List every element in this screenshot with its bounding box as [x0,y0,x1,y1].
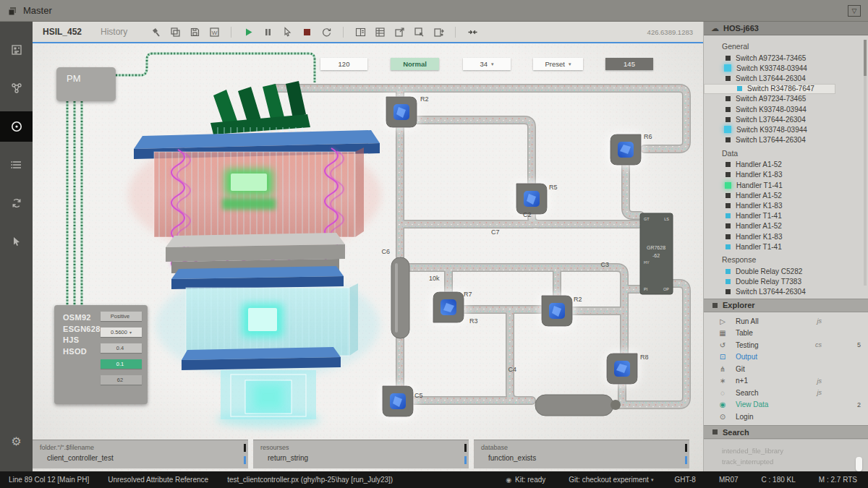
doc-title[interactable]: HSIL_452 [43,27,82,37]
tree-row[interactable]: Handler T1-41 [704,180,868,190]
tree-row[interactable]: Switch L37644-26304 [704,287,868,297]
pm-module[interactable]: PM [56,67,116,101]
status-segment[interactable]: C : 180 KL [758,476,798,484]
tree-row[interactable]: Double Relay C5282 [704,266,868,276]
play-icon[interactable] [242,26,255,38]
copy-icon[interactable] [169,26,182,38]
horizontal-capsule-tank[interactable] [535,395,613,416]
console-panel[interactable]: resourses return_string [253,440,469,468]
osm-field[interactable]: Positive [101,312,142,321]
merge-arrows-icon[interactable] [466,26,479,38]
tree-row[interactable]: Switch K93748-03944 [704,63,868,73]
tree-scroll-thumb[interactable] [864,40,867,76]
console-scroll-blue[interactable] [685,456,687,464]
status-segment[interactable]: ◉ Kit: ready [506,476,548,484]
tree-row[interactable]: Switch K93748-03944 [704,104,868,114]
fan-r8[interactable] [607,354,637,384]
preset-dropdown[interactable]: Preset▾ [533,58,583,70]
console-scroll-blue[interactable] [464,456,467,464]
tree-row[interactable]: Handler A1-52 [704,190,868,200]
osm-field[interactable]: 62 [101,375,142,385]
osm-field[interactable]: 0.5600 ▾ [101,328,142,337]
rail-cursor-icon[interactable] [0,226,33,257]
osm-field[interactable]: 0.1 [101,359,142,369]
explorer-row[interactable]: ▦ Table [704,327,868,339]
status-segment[interactable]: M : 2.7 RTS [815,476,859,484]
wrap-doc-icon[interactable]: W [208,26,221,38]
status-segment[interactable]: MR07 [715,476,741,484]
explorer-row[interactable]: ⊡ Output [704,351,868,363]
export-icon[interactable] [393,26,406,38]
status-segment[interactable]: Git: checkout experiment ▾ [565,476,653,484]
pause-icon[interactable] [261,26,274,38]
tree-row[interactable]: Switch K93748-03944 [704,124,868,134]
tree-row[interactable]: Handler T1-41 [704,211,868,221]
split-window-icon[interactable] [354,26,367,38]
tree-row[interactable]: Switch A97234-73465 [704,94,868,104]
explorer-row[interactable]: ⋔ Git [704,363,868,375]
osm-panel[interactable]: OSM92 ESGN628 HJS HSOD Positive 0.5600 ▾ [54,305,148,404]
import-icon[interactable] [412,26,425,38]
console-scroll-blue[interactable] [244,456,246,464]
rail-sync-icon[interactable] [0,188,33,218]
explorer-row[interactable]: ↺ Testing cs 5 [704,339,868,351]
explorer-row[interactable]: ∗ n+1 js [704,374,868,387]
schematic-canvas[interactable]: GR7628 -62 GT LS HY PI OP [33,43,703,471]
titlebar-dropdown-button[interactable]: ▽ [848,5,861,17]
select-cursor-icon[interactable] [281,26,294,38]
refresh-icon[interactable] [320,26,333,38]
tree-row[interactable]: Switch L37644-26304 [704,114,868,124]
tree-scrollbar[interactable] [864,40,867,286]
tree-row[interactable]: Switch L37644-26304 [704,135,868,145]
fan-r5[interactable] [516,184,547,214]
explorer-row[interactable]: ◌ Search js [704,387,868,399]
rail-target-icon[interactable] [0,111,33,142]
send-icon[interactable] [432,26,445,38]
tree-row[interactable]: Handler K1-83 [704,170,868,180]
console-scroll-dark[interactable] [244,444,246,452]
tree-row[interactable]: Switch R34786-7647 [704,84,835,94]
tree-row[interactable]: Handler T1-41 [704,241,868,252]
explorer-row[interactable]: ◉ View Data 2 [704,398,868,411]
chip-gr7628[interactable]: GR7628 -62 GT LS HY PI OP [640,213,673,294]
explorer-row[interactable]: ⊙ Login [704,411,868,423]
fan-r6[interactable] [610,134,641,165]
fan-c5[interactable] [383,386,413,416]
explorer-header[interactable]: Explorer [704,299,868,312]
fan-r2b[interactable] [542,296,572,326]
gavel-icon[interactable] [149,26,162,38]
tree-row[interactable]: Switch A97234-73465 [704,53,868,63]
count-dropdown[interactable]: 34▾ [463,58,511,70]
fan-r7[interactable] [433,292,464,322]
sheet-icon[interactable] [373,26,386,38]
tree-row[interactable]: Handler A1-52 [704,221,868,231]
console-scroll-dark[interactable] [685,444,687,452]
osm-field[interactable]: 0.4 [101,343,142,353]
status-segment[interactable]: GHT-8 [671,476,697,484]
rail-gear-icon[interactable]: ⚙ [0,426,33,456]
tree-row[interactable]: Double Relay T7383 [704,277,868,287]
status-field[interactable]: Normal [391,58,439,70]
value-field-right[interactable]: 145 [605,58,653,70]
svg-text:R6: R6 [644,133,652,140]
tree-header[interactable]: ☁ HOS-j663 [704,22,868,35]
fan-r2[interactable] [386,97,417,127]
console-panel[interactable]: database function_exists [474,440,689,468]
tree-row[interactable]: Switch L37644-26304 [704,73,868,83]
tree-row[interactable]: Handler K1-83 [704,200,868,210]
search-header[interactable]: Search [704,425,868,439]
explorer-row[interactable]: ▷ Run All js [704,315,868,328]
value-field-left[interactable]: 120 [320,58,367,70]
stop-icon[interactable] [300,26,313,38]
history-tab[interactable]: History [101,27,127,37]
rail-dashboard-icon[interactable] [0,35,33,65]
vertical-capsule-tank[interactable] [391,257,409,338]
tree-row[interactable]: Handler A1-52 [704,160,868,170]
rail-network-icon[interactable] [0,73,33,103]
console-panel[interactable]: folder."/".$filename client_controller_t… [33,440,248,468]
rail-layers-icon[interactable] [0,150,33,180]
search-results[interactable]: intended_file_library track_interrupted [704,439,868,471]
save-icon[interactable] [188,26,201,38]
console-scroll-dark[interactable] [464,444,467,452]
tree-row[interactable]: Handler K1-83 [704,231,868,241]
